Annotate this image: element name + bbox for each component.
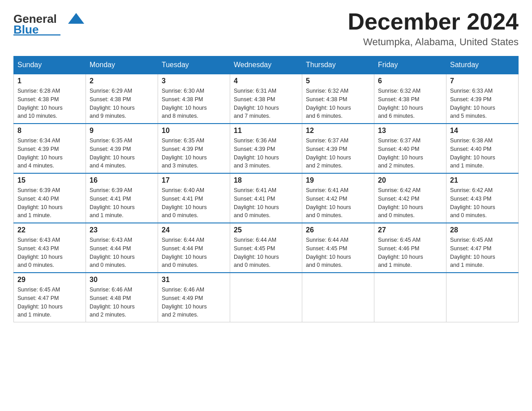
day-number: 3 <box>162 77 226 85</box>
calendar-table: SundayMondayTuesdayWednesdayThursdayFrid… <box>13 56 519 322</box>
calendar-day-1: 1Sunrise: 6:28 AMSunset: 4:38 PMDaylight… <box>14 74 86 124</box>
day-info: Sunrise: 6:43 AMSunset: 4:43 PMDaylight:… <box>17 236 82 270</box>
day-info: Sunrise: 6:44 AMSunset: 4:45 PMDaylight:… <box>234 236 298 270</box>
day-info: Sunrise: 6:32 AMSunset: 4:38 PMDaylight:… <box>378 87 442 120</box>
calendar-day-18: 18Sunrise: 6:41 AMSunset: 4:41 PMDayligh… <box>230 173 302 223</box>
day-number: 10 <box>162 127 226 135</box>
weekday-header-monday: Monday <box>86 56 158 74</box>
day-info: Sunrise: 6:28 AMSunset: 4:38 PMDaylight:… <box>17 87 82 120</box>
calendar-day-8: 8Sunrise: 6:34 AMSunset: 4:39 PMDaylight… <box>14 124 86 173</box>
page-header: General Blue December 2024 Wetumpka, Ala… <box>13 9 519 48</box>
calendar-day-19: 19Sunrise: 6:41 AMSunset: 4:42 PMDayligh… <box>302 173 374 223</box>
calendar-day-4: 4Sunrise: 6:31 AMSunset: 4:38 PMDaylight… <box>230 74 302 124</box>
day-number: 27 <box>378 226 442 234</box>
day-number: 13 <box>378 127 442 135</box>
logo: General Blue <box>13 9 87 36</box>
day-info: Sunrise: 6:42 AMSunset: 4:43 PMDaylight:… <box>450 186 515 220</box>
day-info: Sunrise: 6:35 AMSunset: 4:39 PMDaylight:… <box>162 137 226 170</box>
calendar-day-3: 3Sunrise: 6:30 AMSunset: 4:38 PMDaylight… <box>158 74 230 124</box>
day-info: Sunrise: 6:39 AMSunset: 4:41 PMDaylight:… <box>90 186 154 220</box>
calendar-day-9: 9Sunrise: 6:35 AMSunset: 4:39 PMDaylight… <box>86 124 158 173</box>
day-number: 18 <box>234 176 298 184</box>
svg-text:Blue: Blue <box>13 23 39 36</box>
empty-cell-4-6 <box>446 273 519 322</box>
calendar-day-6: 6Sunrise: 6:32 AMSunset: 4:38 PMDaylight… <box>374 74 446 124</box>
day-number: 20 <box>378 176 442 184</box>
weekday-header-wednesday: Wednesday <box>230 56 302 74</box>
calendar-day-20: 20Sunrise: 6:42 AMSunset: 4:42 PMDayligh… <box>374 173 446 223</box>
calendar-week-1: 1Sunrise: 6:28 AMSunset: 4:38 PMDaylight… <box>14 74 519 124</box>
day-number: 28 <box>450 226 515 234</box>
calendar-day-11: 11Sunrise: 6:36 AMSunset: 4:39 PMDayligh… <box>230 124 302 173</box>
calendar-week-2: 8Sunrise: 6:34 AMSunset: 4:39 PMDaylight… <box>14 124 519 173</box>
day-number: 12 <box>306 127 370 135</box>
calendar-day-7: 7Sunrise: 6:33 AMSunset: 4:39 PMDaylight… <box>446 74 519 124</box>
day-number: 29 <box>17 276 82 284</box>
title-section: December 2024 Wetumpka, Alabama, United … <box>348 9 519 48</box>
weekday-header-friday: Friday <box>374 56 446 74</box>
day-info: Sunrise: 6:42 AMSunset: 4:42 PMDaylight:… <box>378 186 442 220</box>
day-info: Sunrise: 6:34 AMSunset: 4:39 PMDaylight:… <box>17 137 82 170</box>
day-info: Sunrise: 6:41 AMSunset: 4:42 PMDaylight:… <box>306 186 370 220</box>
calendar-day-28: 28Sunrise: 6:45 AMSunset: 4:47 PMDayligh… <box>446 223 519 273</box>
calendar-day-30: 30Sunrise: 6:46 AMSunset: 4:48 PMDayligh… <box>86 273 158 322</box>
calendar-day-17: 17Sunrise: 6:40 AMSunset: 4:41 PMDayligh… <box>158 173 230 223</box>
day-number: 17 <box>162 176 226 184</box>
calendar-day-24: 24Sunrise: 6:44 AMSunset: 4:44 PMDayligh… <box>158 223 230 273</box>
day-number: 19 <box>306 176 370 184</box>
calendar-day-22: 22Sunrise: 6:43 AMSunset: 4:43 PMDayligh… <box>14 223 86 273</box>
day-number: 2 <box>90 77 154 85</box>
day-info: Sunrise: 6:33 AMSunset: 4:39 PMDaylight:… <box>450 87 515 120</box>
weekday-header-row: SundayMondayTuesdayWednesdayThursdayFrid… <box>14 56 519 74</box>
calendar-day-2: 2Sunrise: 6:29 AMSunset: 4:38 PMDaylight… <box>86 74 158 124</box>
day-number: 30 <box>90 276 154 284</box>
day-number: 7 <box>450 77 515 85</box>
calendar-day-12: 12Sunrise: 6:37 AMSunset: 4:39 PMDayligh… <box>302 124 374 173</box>
day-info: Sunrise: 6:45 AMSunset: 4:47 PMDaylight:… <box>450 236 515 270</box>
calendar-day-25: 25Sunrise: 6:44 AMSunset: 4:45 PMDayligh… <box>230 223 302 273</box>
day-info: Sunrise: 6:31 AMSunset: 4:38 PMDaylight:… <box>234 87 298 120</box>
logo-icon: General Blue <box>13 11 85 36</box>
day-info: Sunrise: 6:38 AMSunset: 4:40 PMDaylight:… <box>450 137 515 170</box>
weekday-header-thursday: Thursday <box>302 56 374 74</box>
day-number: 24 <box>162 226 226 234</box>
calendar-day-21: 21Sunrise: 6:42 AMSunset: 4:43 PMDayligh… <box>446 173 519 223</box>
empty-cell-4-3 <box>230 273 302 322</box>
calendar-day-14: 14Sunrise: 6:38 AMSunset: 4:40 PMDayligh… <box>446 124 519 173</box>
empty-cell-4-5 <box>374 273 446 322</box>
day-info: Sunrise: 6:45 AMSunset: 4:47 PMDaylight:… <box>17 286 82 319</box>
day-info: Sunrise: 6:35 AMSunset: 4:39 PMDaylight:… <box>90 137 154 170</box>
day-number: 11 <box>234 127 298 135</box>
weekday-header-tuesday: Tuesday <box>158 56 230 74</box>
weekday-header-saturday: Saturday <box>446 56 519 74</box>
calendar-day-15: 15Sunrise: 6:39 AMSunset: 4:40 PMDayligh… <box>14 173 86 223</box>
calendar-week-3: 15Sunrise: 6:39 AMSunset: 4:40 PMDayligh… <box>14 173 519 223</box>
calendar-day-16: 16Sunrise: 6:39 AMSunset: 4:41 PMDayligh… <box>86 173 158 223</box>
day-number: 15 <box>17 176 82 184</box>
weekday-header-sunday: Sunday <box>14 56 86 74</box>
day-info: Sunrise: 6:43 AMSunset: 4:44 PMDaylight:… <box>90 236 154 270</box>
day-number: 21 <box>450 176 515 184</box>
calendar-day-5: 5Sunrise: 6:32 AMSunset: 4:38 PMDaylight… <box>302 74 374 124</box>
calendar-day-26: 26Sunrise: 6:44 AMSunset: 4:45 PMDayligh… <box>302 223 374 273</box>
day-info: Sunrise: 6:40 AMSunset: 4:41 PMDaylight:… <box>162 186 226 220</box>
calendar-day-10: 10Sunrise: 6:35 AMSunset: 4:39 PMDayligh… <box>158 124 230 173</box>
calendar-day-31: 31Sunrise: 6:46 AMSunset: 4:49 PMDayligh… <box>158 273 230 322</box>
day-info: Sunrise: 6:37 AMSunset: 4:39 PMDaylight:… <box>306 137 370 170</box>
day-info: Sunrise: 6:29 AMSunset: 4:38 PMDaylight:… <box>90 87 154 120</box>
day-info: Sunrise: 6:30 AMSunset: 4:38 PMDaylight:… <box>162 87 226 120</box>
day-number: 14 <box>450 127 515 135</box>
day-info: Sunrise: 6:46 AMSunset: 4:48 PMDaylight:… <box>90 286 154 319</box>
calendar-day-23: 23Sunrise: 6:43 AMSunset: 4:44 PMDayligh… <box>86 223 158 273</box>
day-number: 26 <box>306 226 370 234</box>
day-info: Sunrise: 6:32 AMSunset: 4:38 PMDaylight:… <box>306 87 370 120</box>
day-number: 6 <box>378 77 442 85</box>
day-number: 23 <box>90 226 154 234</box>
day-number: 1 <box>17 77 82 85</box>
empty-cell-4-4 <box>302 273 374 322</box>
day-info: Sunrise: 6:45 AMSunset: 4:46 PMDaylight:… <box>378 236 442 270</box>
day-number: 25 <box>234 226 298 234</box>
day-number: 16 <box>90 176 154 184</box>
day-info: Sunrise: 6:46 AMSunset: 4:49 PMDaylight:… <box>162 286 226 319</box>
day-number: 4 <box>234 77 298 85</box>
